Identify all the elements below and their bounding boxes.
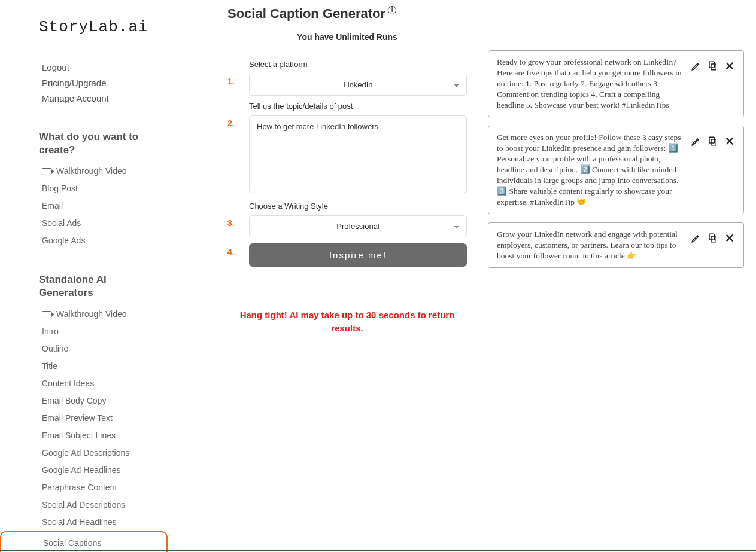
wait-message: Hang tight! AI may take up to 30 seconds… [227, 309, 467, 335]
nav-email-preview[interactable]: Email Preview Text [42, 410, 162, 427]
results-column: Ready to grow your professional network … [488, 6, 744, 552]
account-links: Logout Pricing/Upgrade Manage Account [42, 60, 162, 106]
step-number: 4. [227, 243, 238, 267]
nav-label: Google Ads [42, 232, 85, 249]
info-icon[interactable]: i [388, 6, 396, 14]
nav-paraphrase[interactable]: Paraphrase Content [42, 479, 162, 496]
nav-label: Content Ideas [42, 375, 94, 392]
copy-icon [708, 60, 718, 71]
nav-content-ideas[interactable]: Content Ideas [42, 375, 162, 392]
nav-email[interactable]: Email [42, 197, 162, 215]
nav-label: Google Ad Descriptions [42, 444, 129, 462]
nav-label: Paraphrase Content [42, 479, 117, 496]
step-number: 1. [227, 60, 238, 96]
close-button[interactable] [724, 136, 735, 148]
main: Social Caption Generator i You have Unli… [174, 0, 756, 552]
runs-line: You have Unlimited Runs [227, 32, 467, 42]
edit-button[interactable] [691, 233, 702, 245]
close-icon [724, 233, 735, 243]
nav-email-subject[interactable]: Email Subject Lines [42, 427, 162, 444]
result-text: Grow your LinkedIn network and engage wi… [497, 229, 682, 261]
svg-rect-5 [709, 234, 714, 240]
nav-label: Social Ad Headlines [42, 514, 117, 531]
copy-icon [708, 136, 718, 147]
nav-google-ad-desc[interactable]: Google Ad Descriptions [42, 444, 162, 462]
nav-social-ad-desc[interactable]: Social Ad Descriptions [42, 496, 162, 514]
result-actions [691, 132, 735, 208]
platform-select[interactable]: LinkedIn [249, 74, 467, 96]
inspire-button[interactable]: Inspire me! [249, 243, 467, 267]
step-4: 4. Inspire me! [227, 243, 467, 267]
nav-label: Email Preview Text [42, 410, 113, 427]
pricing-link[interactable]: Pricing/Upgrade [42, 75, 162, 91]
copy-button[interactable] [708, 233, 718, 245]
style-select[interactable]: Professional [249, 215, 467, 237]
nav-label: Email Body Copy [42, 392, 106, 410]
result-text: Ready to grow your professional network … [497, 57, 682, 111]
nav-social-captions[interactable]: Social Captions [0, 531, 168, 552]
nav-label: Blog Post [42, 180, 78, 197]
pencil-icon [691, 136, 702, 147]
copy-button[interactable] [708, 60, 718, 73]
nav-label: Email [42, 197, 63, 215]
result-card: Ready to grow your professional network … [488, 50, 744, 117]
step-2: 2. Tell us the topic/details of post [227, 102, 467, 196]
result-card: Get more eyes on your profile! Follow th… [488, 126, 744, 214]
nav-google-ad-head[interactable]: Google Ad Headlines [42, 462, 162, 479]
svg-rect-2 [711, 139, 716, 145]
nav-label: Social Ad Descriptions [42, 496, 125, 514]
result-actions [691, 229, 735, 261]
nav-label: Walkthrough Video [56, 163, 127, 180]
nav-label: Social Ads [42, 215, 81, 232]
nav-walkthrough-video[interactable]: Walkthrough Video [42, 163, 162, 180]
copy-icon [708, 233, 718, 243]
nav-social-ads[interactable]: Social Ads [42, 215, 162, 232]
step-1: 1. Select a platform LinkedIn [227, 60, 467, 96]
topic-textarea[interactable] [249, 115, 467, 193]
nav-intro[interactable]: Intro [42, 323, 162, 340]
page-title-text: Social Caption Generator [227, 6, 385, 22]
nav-label: Email Subject Lines [42, 427, 116, 444]
manage-account-link[interactable]: Manage Account [42, 91, 162, 106]
close-icon [724, 60, 735, 71]
style-label: Choose a Writing Style [249, 202, 467, 211]
logout-link[interactable]: Logout [42, 60, 162, 75]
edit-button[interactable] [691, 136, 702, 148]
nav-email-body[interactable]: Email Body Copy [42, 392, 162, 410]
copy-button[interactable] [708, 136, 718, 148]
svg-rect-3 [709, 137, 714, 143]
sidebar: StoryLab.ai Logout Pricing/Upgrade Manag… [0, 0, 174, 552]
result-actions [691, 57, 735, 111]
nav-label: Google Ad Headlines [42, 462, 121, 479]
nav-label: Outline [42, 340, 68, 358]
video-icon [42, 311, 51, 318]
result-text: Get more eyes on your profile! Follow th… [497, 132, 682, 208]
nav-walkthrough-video-2[interactable]: Walkthrough Video [42, 306, 162, 323]
step-3: 3. Choose a Writing Style Professional [227, 202, 467, 237]
page-title: Social Caption Generator i [227, 6, 467, 22]
topic-label: Tell us the topic/details of post [249, 102, 467, 111]
nav-social-ad-head[interactable]: Social Ad Headlines [42, 514, 162, 531]
nav-label: Intro [42, 323, 59, 340]
svg-rect-4 [711, 236, 716, 242]
video-icon [42, 168, 51, 175]
result-card: Grow your LinkedIn network and engage wi… [488, 222, 744, 268]
section-create-head: What do you want to create? [39, 130, 162, 157]
step-number: 3. [227, 202, 238, 237]
bottom-border [0, 550, 756, 551]
close-icon [724, 136, 735, 147]
step-number: 2. [227, 102, 238, 196]
close-button[interactable] [724, 233, 735, 245]
nav-google-ads[interactable]: Google Ads [42, 232, 162, 249]
nav-label: Title [42, 358, 57, 375]
form-column: Social Caption Generator i You have Unli… [227, 6, 467, 552]
logo: StoryLab.ai [39, 18, 162, 36]
svg-rect-0 [711, 64, 716, 70]
pencil-icon [691, 233, 702, 243]
nav-outline[interactable]: Outline [42, 340, 162, 358]
close-button[interactable] [724, 60, 735, 73]
nav-blog-post[interactable]: Blog Post [42, 180, 162, 197]
nav-title[interactable]: Title [42, 358, 162, 375]
platform-label: Select a platform [249, 60, 467, 69]
edit-button[interactable] [691, 60, 702, 73]
